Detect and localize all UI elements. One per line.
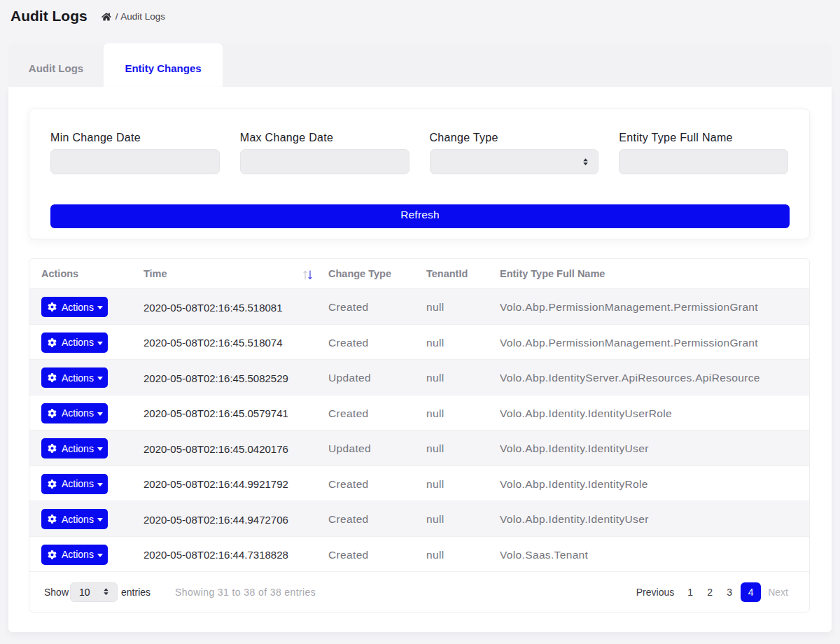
gear-icon: [48, 302, 57, 312]
gear-icon: [48, 373, 57, 382]
cell-change-type: Created: [316, 537, 414, 573]
breadcrumb-current: Audit Logs: [120, 12, 165, 22]
cell-change-type: Created: [316, 289, 414, 325]
row-actions-label: Actions: [62, 443, 94, 454]
gear-icon: [48, 409, 57, 418]
page-size-select[interactable]: 10: [70, 582, 118, 602]
row-actions-button[interactable]: Actions: [41, 297, 108, 317]
cell-tenant-id: null: [414, 325, 488, 360]
row-actions-button[interactable]: Actions: [41, 438, 108, 458]
table-row: Actions 2020-05-08T02:16:44.9921792 Crea…: [29, 466, 809, 502]
cell-change-type: Updated: [316, 360, 414, 396]
caret-down-icon: [97, 412, 103, 416]
entity-type-label: Entity Type Full Name: [619, 130, 788, 146]
min-change-date-label: Min Change Date: [50, 130, 220, 146]
row-actions-label: Actions: [62, 549, 94, 560]
cell-time: 2020-05-08T02:16:44.9921792: [132, 466, 316, 502]
cell-time: 2020-05-08T02:16:45.5082529: [132, 360, 316, 396]
row-actions-label: Actions: [62, 514, 94, 525]
table-row: Actions 2020-05-08T02:16:45.5082529 Upda…: [29, 360, 809, 396]
gear-icon: [48, 514, 57, 524]
row-actions-button[interactable]: Actions: [41, 368, 108, 388]
row-actions-label: Actions: [62, 372, 94, 384]
tab-strip: Audit Logs Entity Changes: [8, 43, 832, 87]
entity-changes-table: Actions Time Change Type TenantId Ent: [29, 259, 809, 572]
caret-down-icon: [97, 554, 103, 557]
caret-down-icon: [97, 306, 103, 309]
cell-entity-type: Volo.Abp.Identity.IdentityUser: [488, 430, 809, 466]
caret-down-icon: [97, 447, 103, 451]
cell-entity-type: Volo.Saas.Tenant: [488, 537, 809, 573]
cell-tenant-id: null: [414, 360, 488, 396]
table-row: Actions 2020-05-08T02:16:45.0420176 Upda…: [29, 430, 809, 466]
page-size-control: Show 10 entries: [44, 582, 150, 602]
row-actions-label: Actions: [62, 337, 94, 348]
min-change-date-input[interactable]: [50, 149, 220, 174]
pagination-next[interactable]: Next: [768, 587, 788, 598]
cell-change-type: Updated: [316, 430, 414, 466]
row-actions-button[interactable]: Actions: [41, 509, 108, 529]
entity-type-input[interactable]: [619, 149, 788, 174]
row-actions-button[interactable]: Actions: [41, 545, 108, 565]
select-updown-icon: [104, 588, 108, 596]
cell-time: 2020-05-08T02:16:45.0579741: [132, 396, 316, 431]
table-card: Actions Time Change Type TenantId Ent: [29, 258, 810, 612]
entries-label: entries: [121, 587, 150, 598]
pagination-page-2[interactable]: 2: [700, 587, 720, 598]
gear-icon: [48, 444, 57, 453]
content: Audit Logs Entity Changes Min Change Dat…: [8, 43, 832, 632]
table-row: Actions 2020-05-08T02:16:45.0579741 Crea…: [29, 396, 809, 431]
tab-entity-changes[interactable]: Entity Changes: [104, 43, 223, 87]
cell-entity-type: Volo.Abp.IdentityServer.ApiResources.Api…: [488, 360, 809, 396]
cell-entity-type: Volo.Abp.Identity.IdentityRole: [488, 466, 809, 502]
cell-change-type: Created: [316, 325, 414, 360]
cell-time: 2020-05-08T02:16:45.518074: [132, 325, 316, 360]
table-info: Showing 31 to 38 of 38 entries: [175, 587, 316, 598]
row-actions-label: Actions: [62, 478, 94, 489]
cell-tenant-id: null: [414, 466, 488, 502]
tab-panel: Min Change Date Max Change Date Change T…: [8, 87, 832, 632]
breadcrumb-separator: /: [115, 12, 118, 22]
table-footer: Show 10 entries Showing 31 to 38 of 38 e…: [29, 572, 809, 612]
gear-icon: [48, 550, 57, 559]
table-row: Actions 2020-05-08T02:16:45.518074 Creat…: [29, 325, 809, 360]
change-type-select[interactable]: [430, 149, 599, 174]
column-header-entity-type: Entity Type Full Name: [488, 259, 809, 289]
refresh-button[interactable]: Refresh: [50, 204, 790, 228]
pagination-previous[interactable]: Previous: [636, 587, 674, 598]
cell-tenant-id: null: [414, 537, 488, 573]
pagination-page-4-active[interactable]: 4: [741, 582, 761, 602]
cell-tenant-id: null: [414, 501, 488, 537]
cell-change-type: Created: [316, 501, 414, 537]
column-header-tenant-id: TenantId: [414, 259, 488, 289]
row-actions-button[interactable]: Actions: [41, 332, 108, 353]
show-label: Show: [44, 587, 69, 598]
row-actions-button[interactable]: Actions: [41, 403, 108, 424]
max-change-date-label: Max Change Date: [240, 130, 410, 146]
pagination-page-1[interactable]: 1: [680, 587, 700, 598]
cell-time: 2020-05-08T02:16:45.518081: [132, 289, 316, 325]
column-header-time[interactable]: Time: [132, 259, 316, 289]
max-change-date-input[interactable]: [240, 149, 410, 174]
cell-tenant-id: null: [414, 289, 488, 325]
cell-tenant-id: null: [414, 430, 488, 466]
row-actions-button[interactable]: Actions: [41, 474, 108, 494]
gear-icon: [48, 338, 57, 347]
caret-down-icon: [97, 377, 103, 380]
column-header-change-type: Change Type: [316, 259, 414, 289]
cell-time: 2020-05-08T02:16:44.9472706: [132, 501, 316, 537]
change-type-label: Change Type: [430, 130, 599, 146]
filter-card: Min Change Date Max Change Date Change T…: [29, 108, 810, 239]
cell-entity-type: Volo.Abp.Identity.IdentityUser: [488, 501, 809, 537]
table-row: Actions 2020-05-08T02:16:44.7318828 Crea…: [29, 537, 809, 573]
page-size-value: 10: [79, 587, 90, 598]
home-icon[interactable]: [102, 12, 111, 22]
page-title: Audit Logs: [10, 8, 88, 23]
pagination-page-3[interactable]: 3: [720, 587, 739, 598]
sort-icon[interactable]: [302, 269, 313, 283]
tab-audit-logs[interactable]: Audit Logs: [8, 43, 104, 87]
table-row: Actions 2020-05-08T02:16:45.518081 Creat…: [29, 289, 809, 325]
cell-time: 2020-05-08T02:16:45.0420176: [132, 430, 316, 466]
caret-down-icon: [97, 483, 103, 486]
table-header-row: Actions Time Change Type TenantId Ent: [29, 259, 809, 289]
